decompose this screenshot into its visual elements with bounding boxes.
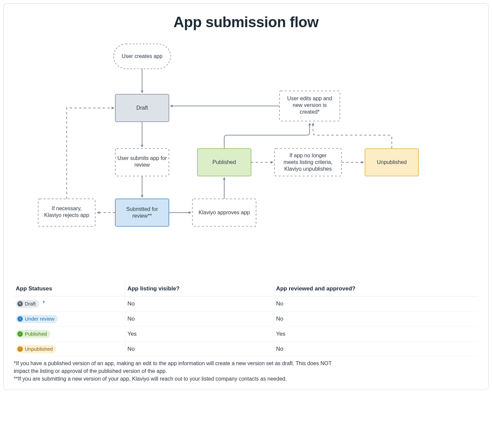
- rejects-rest: rejects app: [61, 212, 89, 218]
- draft-approved: No: [274, 296, 478, 312]
- page-title: App submission flow: [14, 14, 478, 31]
- th-statuses: App Statuses: [14, 282, 125, 296]
- th-approved: App reviewed and approved?: [274, 282, 478, 296]
- svg-text:User submits app for: User submits app for: [117, 155, 167, 161]
- flow-svg: User creates app Draft User submits app …: [15, 41, 477, 269]
- submitted-l1: Submitted for: [126, 206, 158, 212]
- arrow-unpublished-to-edits: [313, 123, 392, 149]
- status-badge-under-review: i Under review: [16, 315, 58, 323]
- unpub-l1: If app no longer: [289, 153, 327, 158]
- draft-label: Draft: [136, 105, 148, 111]
- footnotes: *If you have a published version of an a…: [14, 359, 342, 383]
- submits-line2: review: [134, 162, 150, 168]
- under-review-approved: No: [274, 312, 478, 327]
- user-creates-bold: User: [122, 53, 133, 59]
- svg-rect-5: [115, 199, 169, 226]
- table-row: i Under review No No: [14, 312, 478, 327]
- node-published: Published: [197, 149, 251, 176]
- unpub-bold: Klaviyo: [284, 166, 302, 172]
- approves-bold: Klaviyo: [199, 210, 216, 215]
- node-unpublished: Unpublished: [365, 149, 419, 176]
- published-label: Published: [212, 159, 236, 165]
- status-draft-label: Draft: [25, 301, 36, 307]
- svg-text:User creates app: User creates app: [122, 53, 163, 59]
- node-submitted: Submitted for review**: [115, 199, 169, 226]
- submits-rest: submits app for: [129, 155, 167, 161]
- node-user-edits: User edits app and new version is create…: [280, 91, 340, 121]
- flow-diagram: User creates app Draft User submits app …: [14, 41, 478, 269]
- unpublished-approved: No: [274, 342, 478, 357]
- status-badge-unpublished: ! Unpublished: [16, 345, 56, 353]
- published-visible: Yes: [125, 327, 274, 342]
- status-table: App Statuses App listing visible? App re…: [14, 282, 478, 357]
- rejects-bold: Klaviyo: [44, 212, 62, 218]
- th-visible: App listing visible?: [125, 282, 274, 296]
- status-unpublished-label: Unpublished: [25, 346, 53, 352]
- arrow-published-to-edits: [224, 123, 310, 149]
- table-row: ! Unpublished No No: [14, 342, 478, 357]
- bang-icon: !: [17, 346, 23, 352]
- draft-visible: No: [125, 296, 274, 312]
- submitted-l2: review**: [132, 213, 152, 219]
- node-user-submits: User submits app for review: [115, 149, 169, 176]
- footnote-2: **If you are submitting a new version of…: [14, 375, 342, 383]
- table-row: ✓ Published Yes Yes: [14, 327, 478, 342]
- unpublished-label: Unpublished: [377, 159, 407, 165]
- published-approved: Yes: [274, 327, 478, 342]
- node-unpublish-action: If app no longer meets listing criteria,…: [274, 149, 342, 176]
- status-under-review-label: Under review: [25, 316, 54, 322]
- node-draft: Draft: [115, 94, 169, 122]
- status-badge-published: ✓ Published: [16, 330, 50, 338]
- status-draft-star: *: [43, 300, 45, 306]
- edits-rest: edits app and: [299, 96, 332, 101]
- node-user-creates: User creates app: [114, 44, 171, 69]
- status-published-label: Published: [25, 331, 47, 337]
- unpublished-visible: No: [125, 342, 274, 357]
- status-badge-draft: ✎ Draft: [16, 300, 39, 308]
- edits-l2: new version is: [293, 102, 326, 108]
- under-review-visible: No: [125, 312, 274, 327]
- user-creates-rest: creates app: [133, 53, 163, 59]
- info-icon: i: [17, 316, 23, 322]
- check-icon: ✓: [17, 331, 23, 337]
- svg-text:User edits app and: User edits app and: [287, 96, 332, 101]
- unpub-rest: unpublishes: [302, 166, 332, 172]
- submits-bold: User: [117, 155, 129, 161]
- pencil-icon: ✎: [17, 301, 23, 306]
- arrow-rejects-to-draft: [67, 108, 114, 199]
- unpub-l2: meets listing criteria,: [284, 159, 332, 165]
- edits-bold: User: [287, 96, 299, 101]
- node-klaviyo-approves: Klaviyo approves app: [192, 199, 256, 226]
- svg-text:Klaviyo unpublishes: Klaviyo unpublishes: [284, 166, 331, 172]
- edits-l3: created*: [300, 109, 320, 115]
- footnote-1: *If you have a published version of an a…: [14, 359, 342, 375]
- svg-text:Klaviyo approves app: Klaviyo approves app: [199, 210, 250, 215]
- approves-rest: approves app: [216, 210, 250, 215]
- diagram-frame: App submission flow User creates app Dra…: [3, 3, 489, 390]
- node-klaviyo-rejects: If necessary, Klaviyo rejects app: [38, 199, 95, 226]
- svg-text:Klaviyo rejects app: Klaviyo rejects app: [44, 212, 89, 218]
- table-row: ✎ Draft * No No: [14, 296, 478, 312]
- rejects-l1: If necessary,: [52, 206, 82, 211]
